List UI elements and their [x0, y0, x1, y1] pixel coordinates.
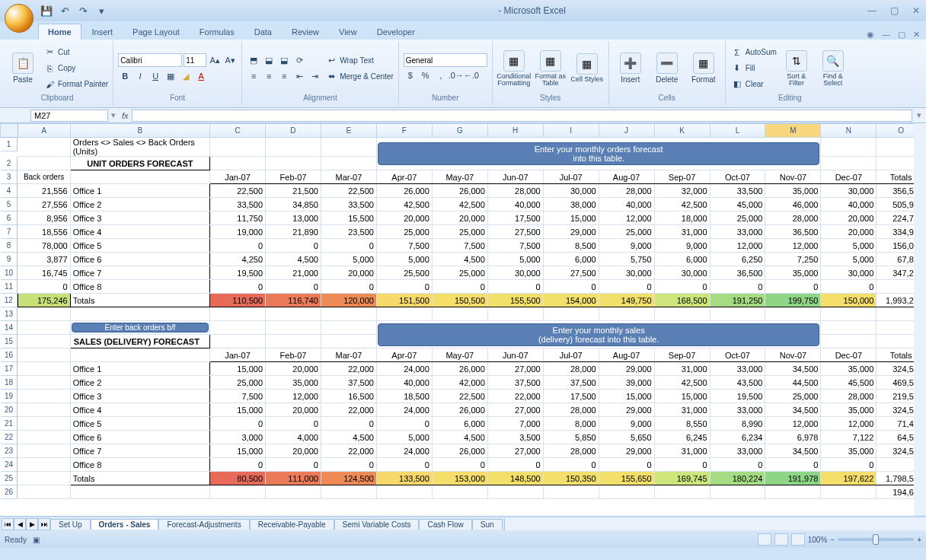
cell[interactable]: 0 — [376, 280, 432, 294]
cell[interactable]: 24,000 — [376, 403, 432, 417]
cell[interactable]: 155,500 — [487, 294, 543, 307]
cell[interactable]: 35,000 — [765, 184, 821, 198]
doc-minimize-button[interactable]: — — [882, 30, 890, 40]
cell[interactable]: 6,000 — [543, 253, 599, 266]
cell[interactable]: 31,000 — [654, 444, 710, 458]
cell[interactable]: 36,500 — [710, 266, 765, 280]
cell[interactable]: 28,000 — [487, 184, 543, 198]
cell[interactable] — [18, 444, 70, 458]
cell[interactable]: 155,650 — [599, 472, 654, 485]
cell[interactable]: 7,000 — [487, 417, 543, 431]
cell[interactable]: 0 — [821, 458, 877, 472]
cell[interactable]: 33,000 — [710, 403, 765, 417]
cell[interactable]: 20,000 — [266, 362, 321, 376]
cell[interactable]: 26,000 — [432, 362, 487, 376]
column-header[interactable]: N — [821, 124, 877, 138]
cell[interactable]: 40,000 — [599, 198, 654, 212]
cell[interactable]: 15,000 — [543, 212, 599, 225]
row-header[interactable]: 11 — [1, 280, 18, 294]
cell[interactable]: Oct-07 — [710, 170, 765, 184]
cell[interactable] — [432, 307, 487, 321]
cell[interactable]: Office 7 — [70, 266, 209, 280]
cell[interactable]: 22,000 — [321, 444, 376, 458]
cell[interactable] — [70, 348, 209, 362]
merge-center-button[interactable]: ⬌Merge & Center — [324, 68, 394, 84]
column-header[interactable]: D — [266, 124, 321, 138]
cell[interactable]: 17,500 — [543, 390, 599, 403]
cell[interactable] — [210, 485, 266, 499]
cell[interactable]: 12,000 — [765, 417, 821, 431]
cell[interactable]: 19,500 — [210, 266, 266, 280]
cell[interactable]: 5,650 — [599, 431, 654, 444]
cell[interactable] — [765, 485, 821, 499]
cell[interactable]: 29,000 — [599, 444, 654, 458]
cell[interactable]: 4,250 — [210, 253, 266, 266]
cell[interactable]: 38,000 — [543, 198, 599, 212]
column-header[interactable]: J — [599, 124, 654, 138]
column-header[interactable]: I — [543, 124, 599, 138]
save-icon[interactable]: 💾 — [40, 4, 53, 18]
cell[interactable]: 25,000 — [376, 225, 432, 239]
cell[interactable] — [266, 307, 321, 321]
cell[interactable]: Jun-07 — [487, 348, 543, 362]
orientation-button[interactable]: ⟳ — [292, 53, 306, 67]
cell[interactable] — [432, 485, 487, 499]
cell[interactable]: 3,500 — [487, 431, 543, 444]
tab-home[interactable]: Home — [38, 24, 81, 40]
cell[interactable]: 22,500 — [210, 184, 266, 198]
cell[interactable]: 20,000 — [266, 403, 321, 417]
row-header[interactable]: 3 — [1, 170, 18, 184]
cell[interactable]: Nov-07 — [765, 348, 821, 362]
cell[interactable]: 30,000 — [487, 266, 543, 280]
cell[interactable]: 0 — [765, 458, 821, 472]
cell[interactable]: Office 2 — [70, 198, 209, 212]
cell[interactable]: 0 — [321, 239, 376, 253]
last-sheet-button[interactable]: ⏭ — [38, 518, 50, 530]
cell[interactable]: 191,250 — [710, 294, 765, 307]
macro-record-icon[interactable]: ▣ — [33, 536, 40, 544]
cell[interactable]: Feb-07 — [266, 170, 321, 184]
column-header[interactable]: K — [654, 124, 710, 138]
cell[interactable]: 21,890 — [266, 225, 321, 239]
cell[interactable]: 3,000 — [210, 431, 266, 444]
zoom-out-button[interactable]: − — [830, 536, 835, 544]
cell[interactable]: 21,500 — [266, 184, 321, 198]
cell[interactable]: 27,556 — [18, 198, 70, 212]
cell[interactable]: 25,000 — [599, 225, 654, 239]
cell[interactable]: 150,500 — [432, 294, 487, 307]
cell[interactable]: Office 5 — [70, 417, 209, 431]
cell[interactable]: 11,750 — [210, 212, 266, 225]
cell[interactable]: 25,000 — [765, 390, 821, 403]
cell[interactable]: 5,000 — [487, 253, 543, 266]
cell[interactable]: 0 — [821, 280, 877, 294]
cell[interactable]: 110,500 — [210, 294, 266, 307]
cell[interactable] — [821, 138, 877, 157]
row-header[interactable]: 6 — [1, 212, 18, 225]
tab-page-layout[interactable]: Page Layout — [123, 24, 189, 40]
cell[interactable]: 148,500 — [487, 472, 543, 485]
cell[interactable]: 0 — [210, 280, 266, 294]
cell[interactable] — [266, 157, 321, 170]
cell[interactable]: 35,000 — [266, 376, 321, 390]
cell[interactable] — [821, 335, 877, 348]
cell[interactable]: 15,500 — [321, 212, 376, 225]
cell[interactable] — [321, 138, 376, 157]
cell[interactable]: 31,000 — [654, 225, 710, 239]
cell[interactable] — [266, 321, 321, 335]
cell[interactable]: 5,850 — [543, 431, 599, 444]
cell[interactable]: 5,000 — [821, 239, 877, 253]
cell[interactable] — [487, 485, 543, 499]
cell[interactable] — [321, 485, 376, 499]
cell[interactable]: 0 — [654, 280, 710, 294]
cell[interactable]: 31,000 — [654, 403, 710, 417]
decrease-decimal-button[interactable]: ←.0 — [465, 68, 478, 82]
cell[interactable]: May-07 — [432, 170, 487, 184]
cell[interactable] — [210, 307, 266, 321]
cell[interactable]: UNIT ORDERS FORECAST — [70, 157, 209, 170]
cell[interactable]: 26,000 — [432, 403, 487, 417]
formula-bar[interactable] — [132, 110, 912, 122]
cell[interactable]: 40,000 — [487, 198, 543, 212]
cell[interactable]: 27,500 — [543, 266, 599, 280]
cell[interactable] — [821, 307, 877, 321]
cell[interactable]: Back orders — [18, 170, 70, 184]
